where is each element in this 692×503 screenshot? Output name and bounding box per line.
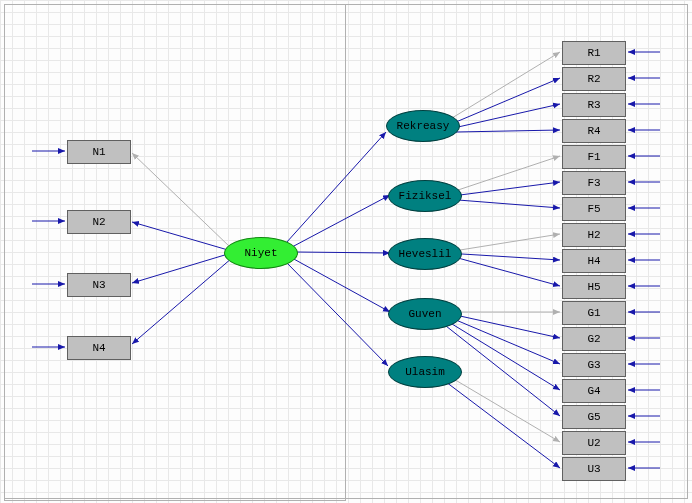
indicator-label: F1 [587,151,600,163]
svg-line-4 [132,153,230,247]
svg-line-28 [452,378,560,442]
indicator-u2: U2 [562,431,626,455]
latent-label: Guven [408,308,441,320]
indicator-label: R2 [587,73,600,85]
indicator-f5: F5 [562,197,626,221]
indicator-r4: R4 [562,119,626,143]
indicator-label: F5 [587,203,600,215]
indicator-label: H2 [587,229,600,241]
indicator-label: N4 [92,342,105,354]
svg-line-12 [286,262,388,366]
indicator-label: U3 [587,463,600,475]
indicator-label: G2 [587,333,600,345]
latent-heveslil: Heveslil [388,238,462,270]
svg-line-19 [458,200,560,208]
indicator-h5: H5 [562,275,626,299]
svg-line-24 [460,316,560,338]
indicator-label: G3 [587,359,600,371]
svg-line-15 [458,104,560,127]
svg-line-29 [446,382,560,468]
indicator-label: R1 [587,47,600,59]
latent-label: Rekreasy [397,120,450,132]
indicator-n1: N1 [67,140,131,164]
svg-line-7 [132,258,232,344]
latent-rekreasy: Rekreasy [386,110,460,142]
svg-line-21 [462,254,560,260]
indicator-label: G5 [587,411,600,423]
indicator-h2: H2 [562,223,626,247]
indicator-label: F3 [587,177,600,189]
indicator-f3: F3 [562,171,626,195]
svg-line-16 [456,130,560,132]
indicator-r3: R3 [562,93,626,117]
latent-guven: Guven [388,298,462,330]
indicator-h4: H4 [562,249,626,273]
indicator-g1: G1 [562,301,626,325]
indicator-label: H4 [587,255,600,267]
indicator-label: G1 [587,307,600,319]
svg-line-10 [296,252,390,253]
diagram-canvas: N1 N2 N3 N4 Niyet Rekreasy Fiziksel Heve… [0,0,692,503]
indicator-label: R3 [587,99,600,111]
indicator-u3: U3 [562,457,626,481]
indicator-label: N3 [92,279,105,291]
indicator-label: U2 [587,437,600,449]
svg-line-20 [460,234,560,250]
indicator-f1: F1 [562,145,626,169]
svg-line-11 [292,258,390,312]
svg-line-9 [292,195,390,247]
indicator-r1: R1 [562,41,626,65]
indicator-n3: N3 [67,273,131,297]
latent-label: Heveslil [399,248,452,260]
indicator-g2: G2 [562,327,626,351]
svg-line-6 [132,254,228,283]
indicator-label: N1 [92,146,105,158]
indicator-g5: G5 [562,405,626,429]
svg-line-8 [286,132,386,243]
indicator-g4: G4 [562,379,626,403]
latent-label: Ulasim [405,366,445,378]
indicator-n2: N2 [67,210,131,234]
latent-label: Fiziksel [399,190,452,202]
indicator-g3: G3 [562,353,626,377]
latent-ulasim: Ulasim [388,356,462,388]
indicator-label: R4 [587,125,600,137]
indicator-label: H5 [587,281,600,293]
svg-line-17 [458,156,560,190]
indicator-label: N2 [92,216,105,228]
svg-line-22 [458,258,560,286]
indicator-r2: R2 [562,67,626,91]
svg-line-5 [132,222,228,250]
latent-label: Niyet [244,247,277,259]
indicator-n4: N4 [67,336,131,360]
latent-fiziksel: Fiziksel [388,180,462,212]
indicator-label: G4 [587,385,600,397]
latent-niyet: Niyet [224,237,298,269]
